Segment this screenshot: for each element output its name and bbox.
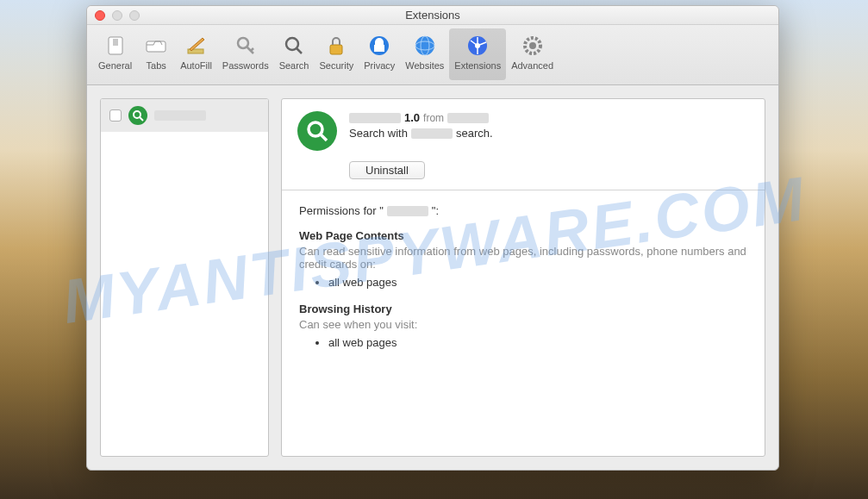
search-icon	[280, 32, 308, 59]
tab-tabs[interactable]: Tabs	[137, 28, 175, 80]
permission-section-webpage: Web Page Contents Can read sensitive inf…	[299, 229, 747, 289]
tab-search[interactable]: Search	[274, 28, 315, 80]
privacy-icon	[365, 32, 393, 59]
tab-label: Websites	[405, 60, 444, 71]
svg-point-16	[309, 122, 322, 136]
titlebar: Extensions	[87, 6, 778, 25]
extension-name-redacted	[349, 113, 401, 123]
uninstall-button[interactable]: Uninstall	[349, 161, 425, 179]
tab-label: Advanced	[511, 60, 553, 71]
svg-rect-6	[330, 45, 342, 54]
tab-extensions[interactable]: Extensions	[449, 28, 506, 80]
svg-rect-1	[113, 39, 118, 46]
detail-header: 1.0 from Search with search. Uninstall	[282, 99, 765, 190]
permission-section-history: Browsing History Can see when you visit:…	[299, 303, 747, 349]
extension-description: Search with search.	[349, 127, 749, 140]
permissions-heading: Permissions for " ":	[299, 204, 747, 217]
permission-list: all web pages	[299, 276, 747, 289]
general-icon	[102, 32, 129, 59]
perm-heading-name-redacted	[387, 206, 428, 216]
tab-label: Extensions	[454, 60, 501, 71]
svg-point-15	[134, 111, 141, 118]
lock-icon	[322, 32, 350, 59]
permission-title: Web Page Contents	[299, 229, 747, 242]
permission-list: all web pages	[299, 336, 747, 349]
tab-general[interactable]: General	[93, 28, 137, 80]
extensions-sidebar	[100, 98, 269, 457]
desc-suffix: search.	[456, 127, 493, 140]
tab-passwords[interactable]: Passwords	[217, 28, 274, 80]
tab-websites[interactable]: Websites	[400, 28, 449, 80]
perm-heading-prefix: Permissions for "	[299, 204, 384, 217]
preferences-toolbar: General Tabs AutoFill Passwords Search	[87, 25, 778, 85]
tab-label: General	[98, 60, 132, 71]
extension-name-redacted	[154, 110, 206, 121]
desc-prefix: Search with	[349, 127, 408, 140]
perm-heading-suffix: ":	[432, 204, 439, 217]
desc-redacted	[411, 128, 453, 139]
extensions-icon	[464, 32, 491, 59]
tab-security[interactable]: Security	[314, 28, 359, 80]
extension-icon	[128, 106, 147, 125]
permissions-panel: Permissions for " ": Web Page Contents C…	[282, 190, 765, 377]
extension-checkbox[interactable]	[109, 109, 122, 122]
extension-detail-panel: 1.0 from Search with search. Uninstall	[281, 98, 765, 457]
gear-icon	[519, 32, 546, 59]
svg-point-14	[529, 42, 536, 49]
extension-version: 1.0	[404, 111, 420, 124]
tab-label: Search	[279, 60, 309, 71]
svg-point-12	[475, 43, 480, 48]
extension-list-item[interactable]	[101, 99, 268, 132]
tab-advanced[interactable]: Advanced	[506, 28, 559, 80]
permission-description: Can read sensitive information from web …	[299, 245, 747, 271]
tab-label: Security	[319, 60, 353, 71]
from-label: from	[423, 112, 444, 124]
preferences-window: Extensions General Tabs AutoFill Passwor…	[86, 5, 779, 471]
tab-autofill[interactable]: AutoFill	[175, 28, 217, 80]
autofill-icon	[182, 32, 209, 59]
globe-icon	[411, 32, 439, 59]
key-icon	[232, 32, 259, 59]
content-area: 1.0 from Search with search. Uninstall	[87, 85, 778, 470]
tab-label: Passwords	[222, 60, 269, 71]
permission-list-item: all web pages	[328, 336, 747, 349]
extension-large-icon	[297, 111, 337, 151]
tab-privacy[interactable]: Privacy	[359, 28, 400, 80]
tab-label: Privacy	[364, 60, 395, 71]
extension-title-line: 1.0 from	[349, 111, 749, 124]
extension-publisher-redacted	[447, 113, 489, 123]
tab-label: AutoFill	[180, 60, 212, 71]
svg-point-8	[415, 36, 434, 55]
window-title: Extensions	[87, 9, 778, 22]
permission-description: Can see when you visit:	[299, 318, 747, 331]
svg-point-5	[286, 38, 298, 50]
permission-list-item: all web pages	[328, 276, 747, 289]
permission-title: Browsing History	[299, 303, 747, 315]
svg-rect-2	[147, 41, 165, 52]
tabs-icon	[142, 32, 170, 59]
tab-label: Tabs	[147, 60, 166, 71]
